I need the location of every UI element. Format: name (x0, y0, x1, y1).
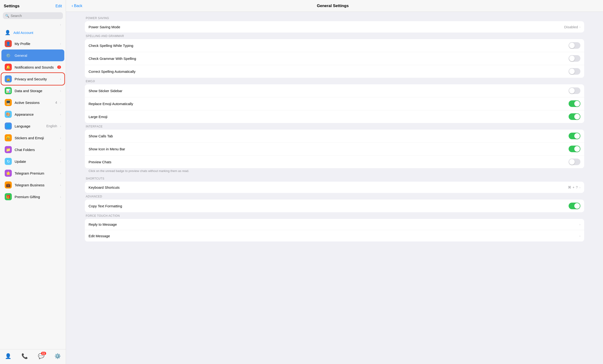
keyboard-shortcut-value: ⌘ + ? (568, 185, 578, 189)
appearance-label: Appearance (15, 112, 57, 116)
update-icon: ↻ (5, 158, 12, 165)
language-label: Language (15, 124, 44, 128)
section-card-advanced: Copy Text Formatting (85, 200, 584, 212)
check-grammar-label: Check Grammar With Spelling (89, 57, 568, 60)
show-calls-tab-toggle[interactable] (568, 133, 580, 139)
section-collapse-arrow[interactable]: › (0, 22, 66, 27)
general-label: General (15, 53, 61, 58)
sidebar-list: › 👤 Add Account 👤 My Profile › ⚙️ Genera… (0, 21, 66, 349)
bottom-nav-contacts[interactable]: 👤 (1, 352, 15, 360)
row-reply-message[interactable]: Reply to Message › (85, 219, 584, 230)
sidebar-item-privacy[interactable]: 🔒 Privacy and Security › (1, 73, 64, 85)
folders-icon: 📁 (5, 146, 12, 153)
sidebar: Settings Edit 🔍 › 👤 Add Account 👤 My Pro… (0, 0, 66, 364)
row-copy-text-formatting: Copy Text Formatting (85, 200, 584, 212)
check-spelling-toggle[interactable] (568, 42, 580, 49)
general-icon: ⚙️ (5, 52, 12, 59)
bottom-nav-settings[interactable]: ⚙️ (51, 352, 65, 360)
check-spelling-label: Check Spelling While Typing (89, 44, 568, 47)
row-power-saving-mode[interactable]: Power Saving Mode Disabled › (85, 21, 584, 33)
sidebar-item-update[interactable]: ↻ Update › (1, 155, 64, 167)
stickers-icon: 😀 (5, 134, 12, 141)
row-preview-chats: Preview Chats (85, 155, 584, 168)
settings-icon: ⚙️ (54, 353, 61, 359)
sidebar-item-language[interactable]: 🌐 Language English › (1, 120, 64, 132)
row-edit-message[interactable]: Edit Message › (85, 230, 584, 242)
main-panel: ‹ Back General Settings POWER SAVING Pow… (66, 0, 603, 364)
bottom-nav-calls[interactable]: 📞 (18, 352, 32, 360)
update-label: Update (15, 160, 57, 164)
copy-text-formatting-toggle[interactable] (568, 203, 580, 209)
back-label: Back (74, 4, 82, 8)
sidebar-item-premium[interactable]: ⭐ Telegram Premium › (1, 167, 64, 179)
show-sticker-sidebar-toggle[interactable] (568, 87, 580, 94)
edit-button[interactable]: Edit (55, 4, 62, 8)
appearance-icon: 🎨 (5, 111, 12, 118)
search-bar[interactable]: 🔍 (3, 12, 63, 19)
replace-emoji-toggle[interactable] (568, 100, 580, 107)
chevron-icon: › (580, 25, 580, 29)
sidebar-item-my-profile[interactable]: 👤 My Profile › (1, 38, 64, 49)
language-value: English (46, 124, 57, 128)
add-account-icon: 👤 (5, 30, 11, 35)
chats-badge: 11 (41, 352, 46, 355)
sessions-icon: 🖥️ (5, 99, 12, 106)
bottom-nav: 👤 📞 💬 11 ⚙️ (0, 349, 66, 364)
sidebar-item-folders[interactable]: 📁 Chat Folders › (1, 144, 64, 155)
row-show-calls-tab: Show Calls Tab (85, 129, 584, 142)
notifications-badge: ! (57, 66, 61, 69)
show-sticker-sidebar-label: Show Sticker Sidebar (89, 89, 568, 93)
gifting-label: Premium Gifting (15, 195, 57, 199)
contacts-icon: 👤 (5, 353, 11, 359)
sidebar-item-general[interactable]: ⚙️ General (1, 49, 64, 61)
profile-icon: 👤 (5, 40, 12, 47)
section-power-saving: POWER SAVING Power Saving Mode Disabled … (85, 16, 584, 33)
correct-spelling-label: Correct Spelling Automatically (89, 70, 568, 73)
power-saving-mode-value: Disabled (564, 25, 578, 29)
row-keyboard-shortcuts[interactable]: Keyboard Shortcuts ⌘ + ? › (85, 182, 584, 193)
sidebar-item-business[interactable]: 💼 Telegram Business › (1, 179, 64, 191)
section-label-power-saving: POWER SAVING (86, 16, 584, 20)
power-saving-mode-label: Power Saving Mode (89, 25, 564, 29)
chevron-icon: › (60, 172, 61, 175)
language-icon: 🌐 (5, 122, 12, 129)
large-emoji-toggle[interactable] (568, 113, 580, 120)
add-account-item[interactable]: 👤 Add Account (1, 27, 64, 38)
section-label-force-touch: FORCE TOUCH ACTION (86, 214, 584, 217)
search-input[interactable] (11, 14, 60, 18)
section-interface: INTERFACE Show Calls Tab Show Icon in Me… (85, 125, 584, 175)
sidebar-item-sessions[interactable]: 🖥️ Active Sessions 4 › (1, 97, 64, 108)
show-icon-menu-label: Show Icon in Menu Bar (89, 147, 568, 151)
data-icon: 📊 (5, 87, 12, 94)
show-icon-menu-toggle[interactable] (568, 146, 580, 152)
sidebar-item-data[interactable]: 📊 Data and Storage › (1, 85, 64, 97)
copy-text-formatting-label: Copy Text Formatting (89, 204, 568, 208)
section-card-power-saving: Power Saving Mode Disabled › (85, 21, 584, 33)
check-grammar-toggle[interactable] (568, 55, 580, 62)
back-button[interactable]: ‹ Back (72, 3, 82, 8)
sidebar-item-appearance[interactable]: 🎨 Appearance › (1, 108, 64, 120)
preview-chats-toggle[interactable] (568, 159, 580, 165)
preview-chats-label: Preview Chats (89, 160, 568, 164)
chevron-icon: › (580, 234, 580, 238)
chevron-icon: › (60, 77, 61, 81)
correct-spelling-toggle[interactable] (568, 68, 580, 75)
sidebar-item-stickers[interactable]: 😀 Stickers and Emoji › (1, 132, 64, 144)
folders-label: Chat Folders (15, 148, 57, 152)
row-large-emoji: Large Emoji (85, 110, 584, 123)
section-emoji: EMOJI Show Sticker Sidebar Replace Emoji… (85, 80, 584, 123)
show-calls-tab-label: Show Calls Tab (89, 134, 568, 138)
section-shortcuts: SHORTCUTS Keyboard Shortcuts ⌘ + ? › (85, 177, 584, 193)
chevron-icon: › (60, 23, 61, 26)
sidebar-item-gifting[interactable]: 🎁 Premium Gifting › (1, 191, 64, 203)
chevron-icon: › (60, 124, 61, 128)
sidebar-item-notifications[interactable]: 🔔 Notifications and Sounds ! (1, 61, 64, 73)
chevron-icon: › (60, 160, 61, 163)
section-card-spelling: Check Spelling While Typing Check Gramma… (85, 39, 584, 78)
section-card-interface: Show Calls Tab Show Icon in Menu Bar Pre… (85, 129, 584, 168)
reply-message-label: Reply to Message (89, 223, 580, 226)
section-spelling: SPELLING AND GRAMMAR Check Spelling Whil… (85, 35, 584, 78)
section-force-touch: FORCE TOUCH ACTION Reply to Message › Ed… (85, 214, 584, 242)
bottom-nav-chats[interactable]: 💬 11 (34, 352, 48, 360)
privacy-icon: 🔒 (5, 75, 12, 82)
